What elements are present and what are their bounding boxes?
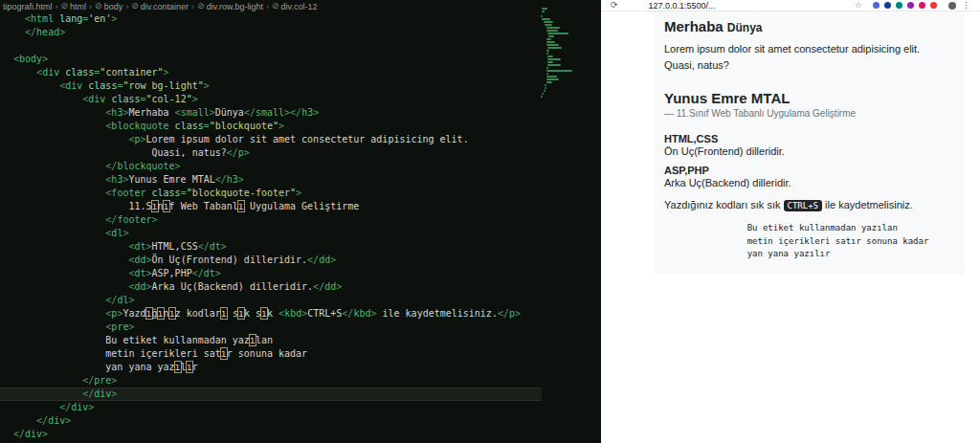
symbol-icon: ⊘ bbox=[131, 2, 139, 11]
breadcrumb-separator: › bbox=[56, 2, 58, 11]
extension-icon[interactable] bbox=[873, 2, 880, 9]
breadcrumb-item[interactable]: tipografi.html bbox=[3, 2, 53, 11]
extension-icon[interactable] bbox=[907, 2, 914, 9]
code-line[interactable]: <h3>Yunus Emre MTAL</h3> bbox=[0, 173, 542, 187]
extension-icon[interactable] bbox=[896, 2, 902, 9]
code-line[interactable]: Quasi, natus?</p> bbox=[0, 146, 542, 160]
extension-icon[interactable] bbox=[930, 2, 937, 9]
code-line[interactable]: <p>Yazdığınız kodları sık sık <kbd>CTRL+… bbox=[0, 307, 542, 321]
code-line[interactable]: <dt>HTML,CSS</dt> bbox=[0, 240, 542, 254]
code-line[interactable]: <h3>Merhaba <small>Dünya</small></h3> bbox=[0, 106, 542, 120]
page-heading: Merhaba Dünya bbox=[664, 18, 955, 34]
extension-icon[interactable] bbox=[919, 2, 925, 9]
code-line[interactable]: <dt>ASP,PHP</dt> bbox=[0, 267, 542, 280]
symbol-icon: ⊘ bbox=[95, 2, 102, 11]
code-line[interactable]: <p>Lorem ipsum dolor sit amet consectetu… bbox=[0, 133, 542, 146]
code-line[interactable]: </div> bbox=[0, 428, 542, 441]
kbd-text-before: Yazdığınız kodları sık sık bbox=[664, 199, 784, 210]
minimap-line bbox=[547, 47, 562, 49]
definition-list: HTML,CSS Ön Uç(Frontend) dilleridir. ASP… bbox=[664, 133, 955, 188]
minimap-line bbox=[544, 21, 553, 23]
code-line[interactable]: 11.Sınıf Web Tabanlı Uygulama Geliştirme bbox=[0, 200, 542, 213]
address-bar[interactable]: 127.0.0.1:5500/... bbox=[649, 1, 716, 11]
code-line[interactable]: <dl> bbox=[0, 227, 542, 240]
code-line[interactable]: <pre> bbox=[0, 321, 542, 334]
minimap-line bbox=[542, 93, 544, 95]
minimap-line bbox=[546, 27, 560, 29]
minimap-line bbox=[546, 50, 549, 52]
minimap-line bbox=[546, 76, 557, 78]
minimap-line bbox=[546, 73, 548, 75]
browser-menu-icon[interactable]: ⋮ bbox=[962, 1, 970, 10]
blockquote-line: Lorem ipsum dolor sit amet consectetur a… bbox=[664, 41, 955, 57]
code-line[interactable]: <body> bbox=[0, 53, 542, 66]
code-line[interactable]: </div> bbox=[0, 401, 542, 414]
breadcrumb-separator: › bbox=[125, 2, 128, 11]
code-line[interactable]: yan yana yazılır bbox=[0, 361, 542, 374]
profile-avatar[interactable] bbox=[948, 2, 956, 10]
minimap-line bbox=[541, 96, 543, 98]
breadcrumb-item[interactable]: ⊘div.container bbox=[131, 2, 189, 11]
minimap-line bbox=[547, 61, 553, 63]
breadcrumb-separator: › bbox=[191, 2, 194, 11]
minimap-line bbox=[544, 90, 546, 92]
kbd-chip: CTRL+S bbox=[784, 200, 823, 211]
code-line[interactable]: <dd>Ön Uç(Frontend) dilleridir.</dd> bbox=[0, 254, 542, 267]
minimap-line bbox=[547, 33, 568, 34]
heading-small-text: Dünya bbox=[727, 21, 763, 34]
minimap-line bbox=[541, 15, 543, 17]
code-line[interactable]: </div> bbox=[0, 414, 542, 428]
extension-icon[interactable] bbox=[884, 2, 891, 9]
minimap-line bbox=[542, 8, 547, 10]
definition-desc: Arka Uç(Backend) dilleridir. bbox=[664, 177, 955, 188]
code-line[interactable]: </footer> bbox=[0, 213, 542, 227]
bookmark-star-icon[interactable]: ☆ bbox=[855, 1, 862, 10]
breadcrumb-item[interactable]: ⊘html bbox=[61, 2, 87, 11]
heading-text: Merhaba bbox=[664, 18, 724, 34]
definition-term: ASP,PHP bbox=[664, 165, 955, 176]
minimap-line bbox=[546, 78, 559, 80]
code-line[interactable]: </div> bbox=[0, 388, 542, 401]
code-line[interactable]: </head> bbox=[0, 26, 542, 39]
breadcrumb-separator: › bbox=[89, 2, 92, 11]
blockquote-line: Quasi, natus? bbox=[664, 57, 955, 74]
breadcrumb-item[interactable]: ⊘div.row.bg-light bbox=[197, 2, 263, 11]
breadcrumb-separator: › bbox=[266, 2, 269, 11]
rendered-page: Merhaba Dünya Lorem ipsum dolor sit amet… bbox=[601, 11, 980, 443]
minimap-line bbox=[546, 41, 555, 43]
code-line[interactable]: <div class="col-12"> bbox=[0, 93, 542, 106]
code-line[interactable]: <html lang='en'> bbox=[0, 12, 542, 26]
breadcrumb-item[interactable]: ⊘body bbox=[95, 2, 122, 11]
minimap-line bbox=[545, 84, 546, 86]
minimap-line bbox=[546, 53, 548, 55]
code-line[interactable]: <div class="container"> bbox=[0, 66, 542, 79]
reload-icon[interactable]: ⟳ bbox=[611, 1, 618, 10]
blockquote: Lorem ipsum dolor sit amet consectetur a… bbox=[664, 41, 955, 74]
code-line[interactable]: </pre> bbox=[0, 374, 542, 388]
code-line[interactable]: <footer class="blockquote-footer"> bbox=[0, 187, 542, 200]
code-line[interactable]: <dd>Arka Uç(Backend) dilleridir.</dd> bbox=[0, 280, 542, 294]
code-line[interactable]: <div class="row bg-light"> bbox=[0, 79, 542, 93]
code-line[interactable]: <blockquote class="blockquote"> bbox=[0, 120, 542, 133]
code-line[interactable]: </blockquote> bbox=[0, 160, 542, 173]
minimap-line bbox=[542, 18, 550, 20]
breadcrumb[interactable]: tipografi.html›⊘html›⊘body›⊘div.containe… bbox=[0, 0, 601, 12]
code-line[interactable]: Bu etiket kullanmadan yazılan bbox=[0, 334, 542, 347]
browser-window: ⟳ 127.0.0.1:5500/... ☆ ⋮ Merhaba Dünya L… bbox=[601, 0, 980, 443]
symbol-icon: ⊘ bbox=[272, 2, 279, 11]
code-line[interactable] bbox=[0, 39, 542, 53]
code-area[interactable]: <html lang='en'> </head> <body> <div cla… bbox=[0, 12, 542, 443]
blockquote-footer: — 11.Sınıf Web Tabanlı Uygulama Geliştir… bbox=[664, 108, 955, 119]
breadcrumb-item[interactable]: ⊘div.col-12 bbox=[272, 2, 317, 11]
content-section: Merhaba Dünya Lorem ipsum dolor sit amet… bbox=[655, 11, 965, 275]
minimap-line bbox=[546, 38, 551, 40]
minimap[interactable] bbox=[541, 8, 574, 99]
minimap-line bbox=[546, 44, 559, 46]
minimap-line bbox=[547, 55, 553, 57]
definition-desc: Ön Uç(Frontend) dilleridir. bbox=[664, 145, 955, 157]
code-line[interactable]: </dl> bbox=[0, 294, 542, 307]
code-line[interactable]: metin içerikleri satır sonuna kadar bbox=[0, 347, 542, 361]
minimap-line bbox=[548, 35, 554, 37]
author-heading: Yunus Emre MTAL bbox=[664, 90, 955, 106]
extension-icons bbox=[868, 1, 937, 11]
